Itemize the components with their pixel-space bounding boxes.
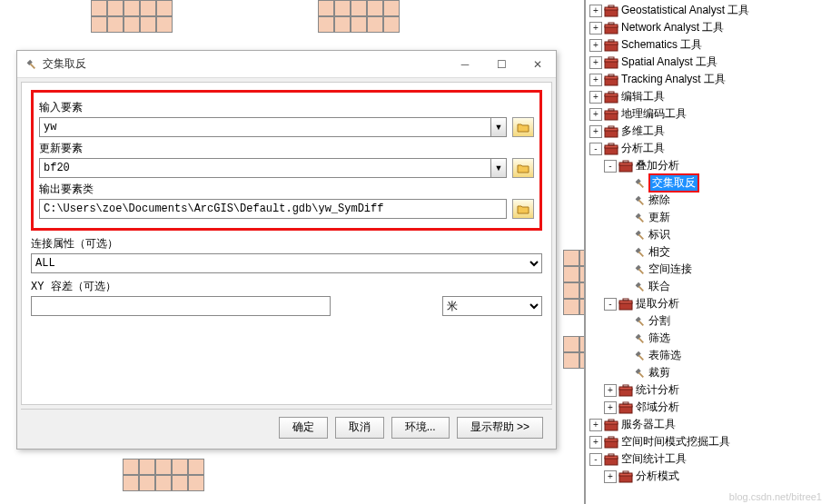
tree-node-label: Tracking Analyst 工具 xyxy=(621,72,726,87)
tree-node-label: 提取分析 xyxy=(636,296,679,311)
tree-node-label: 统计分析 xyxy=(636,382,679,398)
expand-toggle[interactable]: + xyxy=(604,401,617,414)
input-features-label: 输入要素 xyxy=(39,100,534,115)
tree-row[interactable]: 相交 xyxy=(586,243,831,261)
expand-toggle[interactable]: + xyxy=(589,125,602,138)
tree-row[interactable]: +分析模式 xyxy=(586,468,831,485)
cancel-button[interactable]: 取消 xyxy=(335,417,384,439)
tree-row[interactable]: +统计分析 xyxy=(586,381,831,399)
toolbox-tree[interactable]: +Geostatistical Analyst 工具+Network Analy… xyxy=(584,0,831,504)
show-help-button[interactable]: 显示帮助 >> xyxy=(457,417,543,439)
svg-rect-15 xyxy=(608,74,614,76)
dialog-body: 输入要素 ▼ 更新要素 ▼ 输出要素类 xyxy=(21,82,552,405)
svg-rect-34 xyxy=(638,233,644,239)
expand-toggle[interactable]: + xyxy=(589,91,602,104)
folder-icon xyxy=(517,122,529,133)
svg-rect-41 xyxy=(638,320,644,325)
tree-node-label: 编辑工具 xyxy=(621,89,665,104)
ok-button[interactable]: 确定 xyxy=(279,417,328,439)
tree-node-label: 筛选 xyxy=(648,331,670,346)
expand-toggle[interactable]: + xyxy=(589,39,602,52)
expand-toggle[interactable]: + xyxy=(589,5,602,17)
maximize-button[interactable]: ☐ xyxy=(483,51,519,78)
tree-row[interactable]: -叠加分析 xyxy=(586,157,831,174)
svg-rect-24 xyxy=(608,126,614,128)
tree-row[interactable]: 联合 xyxy=(586,278,831,295)
tree-row[interactable]: +Schematics 工具 xyxy=(586,36,831,54)
join-attr-select[interactable]: ALL xyxy=(31,253,542,273)
expand-toggle[interactable]: + xyxy=(589,22,602,35)
highlight-frame: 输入要素 ▼ 更新要素 ▼ 输出要素类 xyxy=(31,90,542,231)
tree-row[interactable]: 表筛选 xyxy=(586,347,831,364)
tree-row[interactable]: -提取分析 xyxy=(586,295,831,312)
svg-rect-35 xyxy=(638,251,644,256)
minimize-button[interactable]: ─ xyxy=(447,51,483,78)
tree-node-label: 地理编码工具 xyxy=(621,106,687,122)
tree-row[interactable]: 裁剪 xyxy=(586,364,831,381)
update-features-field[interactable] xyxy=(39,158,490,178)
svg-rect-32 xyxy=(638,199,644,204)
tree-node-label: 标识 xyxy=(648,227,670,242)
tree-node-label: Geostatistical Analyst 工具 xyxy=(621,3,749,18)
tree-row[interactable]: -空间统计工具 xyxy=(586,450,831,468)
expand-toggle[interactable]: - xyxy=(604,160,617,173)
tree-row[interactable]: +空间时间模式挖掘工具 xyxy=(586,433,831,450)
tree-row[interactable]: +Spatial Analyst 工具 xyxy=(586,54,831,71)
svg-rect-9 xyxy=(608,40,614,42)
tree-row[interactable]: 筛选 xyxy=(586,330,831,347)
update-features-browse[interactable] xyxy=(512,158,534,178)
update-features-dropdown[interactable]: ▼ xyxy=(490,158,507,178)
output-class-field[interactable] xyxy=(39,199,507,219)
svg-rect-43 xyxy=(638,354,644,360)
input-features-field[interactable] xyxy=(39,117,490,137)
xy-unit-select[interactable]: 米 xyxy=(442,296,542,316)
expand-toggle[interactable]: + xyxy=(589,74,602,86)
svg-rect-42 xyxy=(638,337,644,342)
expand-toggle[interactable]: - xyxy=(589,143,602,155)
tree-node-label: 联合 xyxy=(648,279,670,294)
xy-tolerance-field[interactable] xyxy=(31,296,331,316)
tree-row[interactable]: +Network Analyst 工具 xyxy=(586,19,831,36)
tree-row[interactable]: 擦除 xyxy=(586,192,831,209)
tree-row[interactable]: +多维工具 xyxy=(586,123,831,140)
tree-row[interactable]: -分析工具 xyxy=(586,140,831,157)
svg-rect-37 xyxy=(638,285,644,291)
expand-toggle[interactable]: + xyxy=(589,108,602,121)
expand-toggle[interactable]: - xyxy=(589,453,602,466)
expand-toggle[interactable]: + xyxy=(589,436,602,449)
input-features-browse[interactable] xyxy=(512,117,534,137)
expand-toggle[interactable]: + xyxy=(604,384,617,397)
expand-toggle[interactable]: + xyxy=(589,419,602,431)
svg-rect-27 xyxy=(608,143,614,145)
output-class-browse[interactable] xyxy=(512,199,534,219)
tree-row[interactable]: +Tracking Analyst 工具 xyxy=(586,71,831,88)
titlebar[interactable]: 交集取反 ─ ☐ ✕ xyxy=(17,51,556,78)
tree-row[interactable]: 空间连接 xyxy=(586,261,831,278)
tree-row[interactable]: +编辑工具 xyxy=(586,88,831,105)
tree-node-label: 裁剪 xyxy=(648,365,670,380)
svg-rect-3 xyxy=(608,5,614,7)
input-features-dropdown[interactable]: ▼ xyxy=(490,117,507,137)
tree-row[interactable]: +邻域分析 xyxy=(586,399,831,416)
tree-row[interactable]: +地理编码工具 xyxy=(586,105,831,123)
expand-toggle[interactable]: + xyxy=(604,470,617,483)
close-button[interactable]: ✕ xyxy=(519,51,556,78)
tree-row[interactable]: 标识 xyxy=(586,226,831,243)
tree-row[interactable]: +Geostatistical Analyst 工具 xyxy=(586,2,831,19)
tree-row[interactable]: 分割 xyxy=(586,312,831,330)
svg-rect-33 xyxy=(638,216,644,222)
expand-toggle[interactable]: + xyxy=(589,56,602,69)
expand-toggle[interactable]: - xyxy=(604,298,617,311)
tree-row[interactable]: +服务器工具 xyxy=(586,416,831,433)
tree-node-label: 交集取反 xyxy=(648,173,699,193)
folder-icon xyxy=(517,203,529,214)
tree-node-label: 多维工具 xyxy=(621,124,665,139)
tree-node-label: 更新 xyxy=(648,210,670,225)
tree-node-label: 服务器工具 xyxy=(621,417,676,432)
tree-row[interactable]: 更新 xyxy=(586,209,831,226)
xy-tolerance-label: XY 容差（可选） xyxy=(31,279,542,294)
tree-row[interactable]: 交集取反 xyxy=(586,174,831,192)
svg-rect-62 xyxy=(623,471,628,473)
environments-button[interactable]: 环境... xyxy=(391,417,450,439)
output-class-label: 输出要素类 xyxy=(39,182,534,197)
